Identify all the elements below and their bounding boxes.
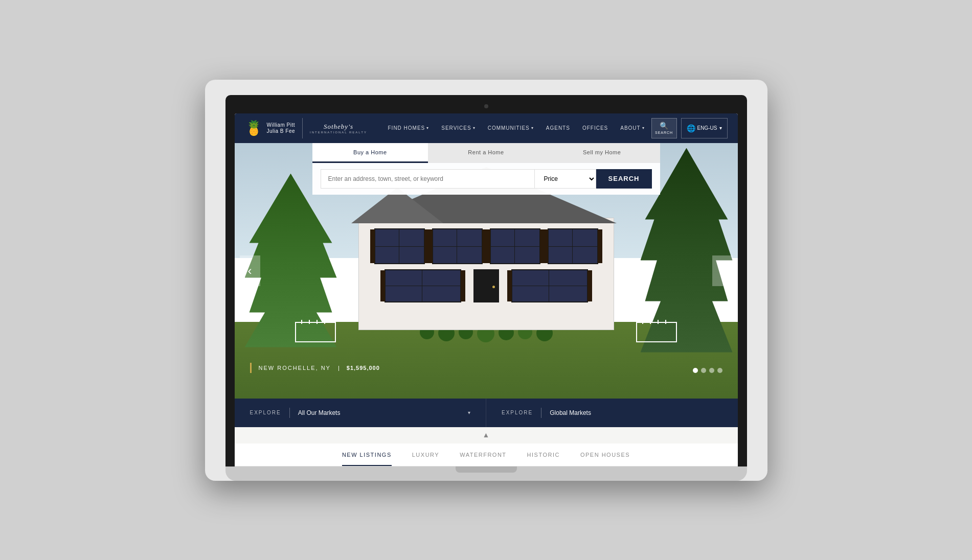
shutter-left	[544, 229, 548, 263]
window	[385, 269, 461, 302]
chevron-down-icon: ▾	[473, 126, 476, 130]
house	[358, 218, 614, 342]
chevron-down-icon: ▾	[642, 126, 645, 130]
tab-sell[interactable]: Sell my Home	[544, 143, 660, 163]
brand-name: William Pitt Julia B Fee	[267, 122, 296, 134]
search-go-button[interactable]: SEARCH	[596, 169, 652, 189]
category-tabs: NEW LISTINGS LUXURY WATERFRONT HISTORIC …	[235, 444, 738, 466]
screen: 🍍 William Pitt Julia B Fee Sotheby's INT…	[235, 113, 738, 466]
tab-rent[interactable]: Rent a Home	[428, 143, 544, 163]
logo-area: 🍍 William Pitt Julia B Fee Sotheby's INT…	[245, 118, 368, 138]
price-select[interactable]: Price	[535, 169, 596, 189]
search-tabs: Buy a Home Rent a Home Sell my Home	[312, 143, 660, 163]
sothebys-logo: Sotheby's INTERNATIONAL REALTY	[310, 123, 367, 134]
search-input[interactable]	[321, 169, 535, 189]
sothebys-subtitle: INTERNATIONAL REALTY	[310, 131, 367, 134]
property-price: $1,595,000	[347, 365, 380, 371]
prev-slide-button[interactable]: ‹	[240, 255, 260, 286]
shutter-left	[428, 229, 433, 263]
slide-dot-2[interactable]	[701, 368, 706, 373]
nav-about[interactable]: ABOUT▾	[615, 113, 649, 143]
nav-links: FIND HOMES▾ SERVICES▾ COMMUNITIES▾ AGENT…	[383, 113, 651, 143]
window	[511, 269, 588, 302]
shutter-left	[486, 229, 490, 263]
chevron-down-icon: ▾	[531, 126, 534, 130]
brand-line2: Julia B Fee	[267, 128, 296, 134]
logo-divider	[302, 118, 303, 138]
slide-dot-4[interactable]	[717, 368, 722, 373]
sothebys-name: Sotheby's	[310, 123, 367, 131]
front-door	[473, 269, 499, 302]
slide-dot-3[interactable]	[709, 368, 714, 373]
nav-offices[interactable]: OFFICES	[577, 113, 613, 143]
search-panel: Buy a Home Rent a Home Sell my Home Pric…	[312, 143, 660, 195]
cat-tab-open-houses[interactable]: OPEN HOUSES	[580, 452, 630, 466]
explore-global-value: Global Markets	[550, 409, 722, 416]
cat-tab-waterfront[interactable]: WATERFRONT	[460, 452, 506, 466]
globe-icon: 🌐	[687, 124, 695, 132]
house-body	[358, 218, 614, 330]
navbar: 🍍 William Pitt Julia B Fee Sotheby's INT…	[235, 113, 738, 143]
hero-section: Buy a Home Rent a Home Sell my Home Pric…	[235, 143, 738, 399]
window	[490, 228, 540, 264]
camera	[484, 104, 488, 108]
shutter-right	[587, 270, 592, 301]
pineapple-icon: 🍍	[245, 121, 263, 135]
screen-bezel: 🍍 William Pitt Julia B Fee Sotheby's INT…	[225, 95, 747, 466]
chevron-down-icon: ▾	[719, 125, 722, 131]
slide-dots	[693, 368, 722, 373]
scroll-indicator: ▲	[235, 427, 738, 444]
laptop-base	[225, 466, 747, 481]
shutter-left	[370, 229, 375, 263]
window	[374, 228, 425, 264]
shutter-right	[598, 229, 602, 263]
cat-tab-luxury[interactable]: LUXURY	[412, 452, 439, 466]
nav-agents[interactable]: AGENTS	[541, 113, 575, 143]
property-separator: |	[338, 365, 340, 371]
explore-divider	[541, 408, 541, 418]
property-location: NEW ROCHELLE, NY	[259, 365, 331, 371]
nav-communities[interactable]: COMMUNITIES▾	[483, 113, 539, 143]
nav-services[interactable]: SERVICES▾	[436, 113, 480, 143]
search-button[interactable]: 🔍 SEARCH	[651, 118, 677, 138]
language-selector[interactable]: 🌐 ENG-US ▾	[681, 118, 728, 138]
search-label: SEARCH	[655, 131, 673, 134]
explore-local-value: All Our Markets	[298, 409, 464, 416]
brand-line1: William Pitt	[267, 122, 296, 128]
explore-label-global: EXPLORE	[502, 410, 533, 415]
windows-row1	[359, 218, 614, 269]
fence-right	[636, 322, 677, 342]
nav-right: 🔍 SEARCH 🌐 ENG-US ▾	[651, 118, 728, 138]
lang-label: ENG-US	[697, 125, 717, 131]
tab-buy[interactable]: Buy a Home	[312, 143, 428, 163]
explore-local[interactable]: EXPLORE All Our Markets ▾	[235, 399, 487, 427]
shutter-right	[461, 270, 465, 301]
explore-label-local: EXPLORE	[250, 410, 281, 415]
explore-bar: EXPLORE All Our Markets ▾ EXPLORE Global…	[235, 399, 738, 427]
cat-tab-historic[interactable]: HISTORIC	[527, 452, 560, 466]
nav-find-homes[interactable]: FIND HOMES▾	[383, 113, 435, 143]
cat-tab-new-listings[interactable]: NEW LISTINGS	[342, 452, 392, 466]
search-input-row: Price SEARCH	[312, 163, 660, 195]
scroll-down-icon: ▲	[483, 431, 490, 439]
explore-divider	[289, 408, 290, 418]
slide-dot-1[interactable]	[693, 368, 698, 373]
fence-left	[295, 322, 336, 342]
laptop-frame: 🍍 William Pitt Julia B Fee Sotheby's INT…	[205, 80, 767, 481]
explore-global[interactable]: EXPLORE Global Markets	[486, 399, 738, 427]
shutter-left	[507, 270, 512, 301]
door-knob	[492, 286, 495, 288]
chevron-down-icon: ▾	[426, 126, 429, 130]
property-accent-bar	[250, 363, 252, 373]
window	[548, 228, 598, 264]
shutter-left	[380, 270, 385, 301]
chevron-down-icon: ▾	[468, 410, 470, 415]
windows-row2	[359, 269, 614, 308]
property-info: NEW ROCHELLE, NY | $1,595,000	[250, 363, 380, 373]
window	[432, 228, 483, 264]
next-slide-button[interactable]: ›	[712, 255, 733, 286]
search-icon: 🔍	[660, 122, 669, 130]
